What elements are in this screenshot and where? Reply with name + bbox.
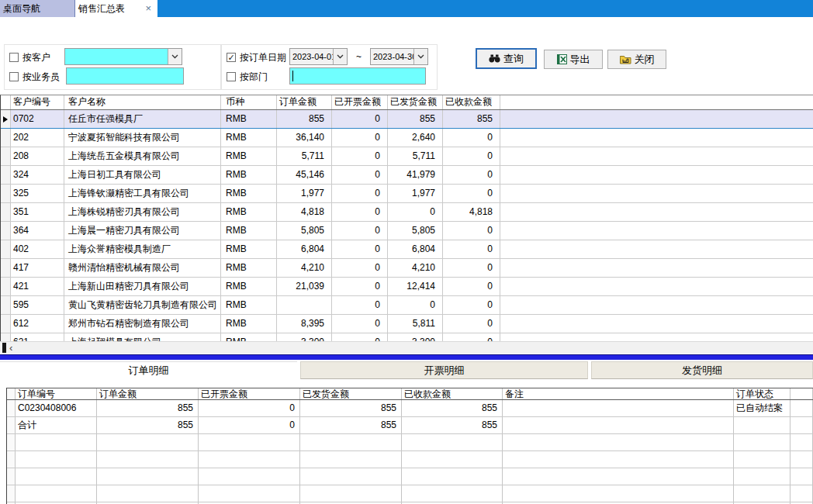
cell-note [503, 451, 734, 468]
checkbox-icon[interactable] [227, 72, 236, 81]
customer-row[interactable]: 612郑州市钻石精密制造有限公司RMB8,39505,8110 [1, 315, 813, 333]
date-from-value[interactable]: 2023-04-01 [290, 49, 333, 64]
customer-row[interactable]: 324上海日初工具有限公司RMB45,146041,9790 [1, 166, 813, 185]
selected-row-arrow-icon [3, 116, 8, 123]
cell-currency: RMB [221, 147, 277, 165]
col-order-no[interactable]: 订单编号 [16, 388, 97, 399]
empty-row[interactable] [7, 468, 813, 485]
col-shipped-amount[interactable]: 已发货金额 [388, 95, 443, 109]
salesman-input[interactable] [66, 67, 184, 85]
cell-currency: RMB [221, 185, 277, 202]
checkbox-icon[interactable] [9, 53, 19, 62]
header-filler-cell [500, 95, 813, 109]
close-button[interactable]: 关闭 [607, 50, 666, 69]
checkbox-checked-icon[interactable]: ✓ [227, 53, 236, 62]
tab-invoice-detail[interactable]: 开票明细 [300, 361, 588, 379]
cell-customer-name: 宁波夏拓智能科技有限公司 [64, 129, 221, 147]
col-received-amount[interactable]: 已收款金额 [443, 95, 500, 109]
date-from-combo[interactable]: 2023-04-01 [289, 48, 348, 65]
col-currency[interactable]: 币种 [221, 95, 277, 109]
customer-row[interactable]: 208上海统岳五金模具有限公司RMB5,71105,7110 [1, 147, 813, 166]
row-selector [1, 222, 11, 240]
customer-row[interactable]: 621上海起翔模具有限公司RMB3,30003,3000 [1, 333, 813, 341]
cell-received-amount: 0 [443, 278, 500, 295]
cell-invoiced-amount: 0 [332, 129, 388, 147]
cell-invoiced-amount [199, 451, 300, 468]
customer-row[interactable]: 364上海晨一精密刀具有限公司RMB5,80505,8050 [1, 222, 813, 240]
cell-order-no [16, 468, 97, 485]
department-input[interactable] [289, 67, 426, 85]
col-order-status[interactable]: 订单状态 [734, 388, 791, 399]
by-order-date-checkbox[interactable]: ✓ 按订单日期 [227, 52, 286, 63]
col-order-amount[interactable]: 订单金额 [277, 95, 332, 109]
summary-grid-header: 客户编号 客户名称 币种 订单金额 已开票金额 已发货金额 已收款金额 [1, 95, 813, 110]
cell-invoiced-amount [199, 485, 300, 502]
cell-received-amount: 0 [443, 333, 500, 341]
customer-row[interactable]: 595黄山飞黄精密齿轮刀具制造有限公司RMB000 [1, 296, 813, 315]
close-tab-icon[interactable]: × [145, 0, 151, 17]
cell-customer-id: 202 [11, 129, 64, 147]
col-invoiced-amount[interactable]: 已开票金额 [199, 388, 300, 399]
customer-row[interactable]: 325上海锋钦灏精密工具有限公司RMB1,97701,9770 [1, 185, 813, 203]
cell-invoiced-amount: 0 [332, 240, 388, 258]
customer-row[interactable]: 202宁波夏拓智能科技有限公司RMB36,14002,6400 [1, 129, 813, 147]
by-customer-checkbox[interactable]: 按客户 [9, 52, 50, 63]
customer-row[interactable]: 351上海株锐精密刃具有限公司RMB4,818004,818 [1, 203, 813, 222]
empty-row[interactable] [7, 451, 813, 468]
by-salesman-checkbox[interactable]: 按业务员 [9, 71, 60, 82]
tab-desktop-navigation[interactable]: 桌面导航 [0, 0, 75, 17]
cell-shipped-amount: 4,210 [388, 259, 443, 277]
date-to-drop-button[interactable] [413, 49, 427, 64]
date-to-combo[interactable]: 2023-04-30 [370, 48, 428, 65]
cell-order-no: 合计 [16, 417, 97, 433]
cell-received-amount: 4,818 [443, 203, 500, 221]
customer-row[interactable]: 417赣州清怡精密机械有限公司RMB4,21004,2100 [1, 259, 813, 278]
checkbox-icon[interactable] [9, 72, 19, 81]
tab-sales-summary[interactable]: 销售汇总表 × [75, 0, 157, 17]
row-selector [1, 259, 11, 277]
col-note[interactable]: 备注 [503, 388, 734, 399]
empty-row[interactable] [7, 434, 813, 451]
cell-shipped-amount: 3,300 [388, 333, 443, 341]
col-customer-id[interactable]: 客户编号 [11, 95, 64, 109]
customer-row[interactable]: 402上海众誉精密模具制造厂RMB6,80406,8040 [1, 240, 813, 259]
cell-received-amount: 855 [402, 417, 503, 433]
cell-invoiced-amount: 0 [332, 278, 388, 295]
col-order-amount[interactable]: 订单金额 [97, 388, 199, 399]
cell-filler [791, 485, 813, 502]
cell-filler [791, 434, 813, 450]
row-selector [7, 468, 16, 485]
customer-combo-drop-button[interactable] [168, 49, 182, 64]
detail-grid-body: C02304080068550855855已自动结案合计8550855855 [7, 400, 813, 504]
cell-shipped-amount: 855 [300, 400, 402, 416]
cell-filler [500, 240, 813, 258]
tab-order-detail[interactable]: 订单明细 [0, 361, 297, 379]
order-detail-grid: 订单编号 订单金额 已开票金额 已发货金额 已收款金额 备注 订单状态 C023… [6, 388, 813, 504]
scroll-left-arrow-icon[interactable]: ‹ [9, 342, 12, 354]
cell-customer-id: 417 [11, 259, 64, 277]
query-button[interactable]: 查询 [476, 49, 536, 68]
customer-row[interactable]: 421上海新山田精密刀具有限公司RMB21,039012,4140 [1, 278, 813, 296]
col-invoiced-amount[interactable]: 已开票金额 [332, 95, 388, 109]
by-department-checkbox[interactable]: 按部门 [227, 71, 268, 82]
customer-combo-value[interactable] [65, 49, 168, 64]
panel-splitter[interactable] [0, 354, 813, 360]
row-selector [7, 485, 16, 502]
date-to-value[interactable]: 2023-04-30 [371, 49, 413, 64]
customer-combo[interactable] [64, 48, 182, 65]
col-received-amount[interactable]: 已收款金额 [402, 388, 503, 399]
order-detail-row[interactable]: 合计8550855855 [7, 417, 813, 434]
row-selector [1, 185, 11, 202]
order-detail-row[interactable]: C02304080068550855855已自动结案 [7, 400, 813, 417]
date-from-drop-button[interactable] [333, 49, 347, 64]
cell-customer-id: 351 [11, 203, 64, 221]
scrollbar-thumb[interactable] [2, 343, 6, 353]
cell-customer-id: 402 [11, 240, 64, 258]
export-button[interactable]: 导出 [544, 50, 603, 69]
customer-row[interactable]: 0702任丘市任强模具厂RMB8550855855 [1, 110, 813, 129]
horizontal-scrollbar[interactable]: ‹ [0, 341, 813, 354]
empty-row[interactable] [7, 485, 813, 502]
col-shipped-amount[interactable]: 已发货金额 [300, 388, 402, 399]
tab-shipment-detail[interactable]: 发货明细 [591, 361, 813, 379]
col-customer-name[interactable]: 客户名称 [64, 95, 221, 109]
